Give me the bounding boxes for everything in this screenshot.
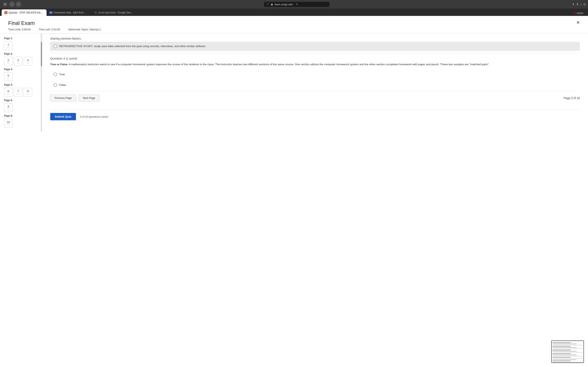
thumbnail-inner — [552, 341, 584, 363]
page-3-questions: 5 — — [4, 72, 36, 81]
radio-true[interactable] — [53, 73, 57, 76]
page-5-label: Page 5: — [4, 99, 36, 102]
svg-rect-0 — [3, 3, 7, 3]
browser-toolbar: ‹ › 🛡 🔒 learn.umgc.edu ↻ ⬇ ⬆ + ⧉ — [0, 0, 588, 8]
content-area: sharing common factors. RETROSPECTIVE ST… — [42, 34, 588, 132]
time-left-label: Time Left: 2:53:05 — [39, 28, 60, 31]
answer-text-retrospective: RETROSPECTIVE STUDY: study uses data col… — [59, 44, 206, 48]
time-limit-label: Time Limit: 3:00:00 — [8, 28, 31, 31]
thumb-line-10 — [553, 353, 571, 354]
thumb-line-11 — [553, 355, 577, 355]
exam-header: Final Exam Time Limit: 3:00:00 Time Left… — [0, 16, 588, 34]
page-6-questions: 10 — — [4, 119, 36, 127]
windows-button[interactable]: ⧉ — [584, 3, 586, 6]
page-3-label: Page 3: — [4, 68, 36, 71]
exam-body: Page 1: 1 — Page 2: 2 — 3 — 4 — [0, 34, 588, 132]
question-btn-1[interactable]: 1 — — [4, 42, 13, 50]
exam-title: Final Exam — [8, 20, 580, 26]
question-btn-10[interactable]: 10 — — [4, 119, 13, 127]
thumb-line-9 — [553, 352, 583, 353]
browser-chrome: ‹ › 🛡 🔒 learn.umgc.edu ↻ ⬇ ⬆ + ⧉ Q Quizz… — [0, 0, 588, 16]
coursehero-favicon: CH — [49, 11, 52, 14]
thumbnail-overlay — [551, 341, 584, 363]
thumb-line-12 — [553, 356, 583, 356]
scroll-indicator — [41, 42, 42, 66]
download-button[interactable]: ⬇ — [572, 3, 575, 6]
page-2-label: Page 2: — [4, 52, 36, 55]
question-btn-8[interactable]: 8 — — [24, 88, 32, 96]
close-button[interactable]: ✕ — [576, 20, 580, 25]
question-4-title: Question 4 (1 point) — [50, 57, 580, 60]
thumb-line-3 — [553, 345, 583, 345]
url-text: learn.umgc.edu — [275, 3, 293, 6]
thumb-line-8 — [553, 351, 577, 351]
back-button[interactable]: ‹ — [9, 2, 15, 7]
forward-button[interactable]: › — [16, 2, 21, 7]
partial-question-text: sharing common factors. — [50, 34, 580, 42]
radio-retrospective[interactable] — [53, 44, 57, 48]
question-4-points: (1 point) — [66, 57, 77, 60]
nav-bar: Previous Page Next Page Page 2 of 16 — [50, 91, 580, 105]
google-favicon: G — [94, 11, 97, 14]
sidebar-toggle-button[interactable] — [2, 2, 8, 7]
answer-text-false: False — [59, 83, 66, 87]
question-btn-6[interactable]: 6 — — [4, 88, 13, 96]
thumb-line-1 — [553, 342, 571, 343]
thumb-line-6 — [553, 349, 583, 349]
answer-text-true: True — [59, 72, 65, 76]
student-info: Nehemiah Taylor: Attempt 1 — [68, 28, 101, 31]
quiz-favicon: Q — [4, 11, 7, 14]
question-btn-3[interactable]: 3 — — [14, 57, 22, 66]
sidebar: Page 1: 1 — Page 2: 2 — 3 — 4 — [0, 34, 41, 132]
thumb-line-15 — [553, 359, 577, 360]
previous-page-button[interactable]: Previous Page — [50, 95, 76, 101]
lock-icon: 🔒 — [270, 3, 273, 6]
page-indicator: Page 2 of 16 — [564, 96, 580, 100]
exam-meta: Time Limit: 3:00:00 Time Left: 2:53:05 N… — [8, 28, 580, 31]
answer-choice-false[interactable]: False — [50, 81, 580, 90]
question-btn-7[interactable]: 7 — — [14, 88, 22, 96]
question-btn-9[interactable]: 9 — — [4, 103, 13, 112]
page-content: Final Exam Time Limit: 3:00:00 Time Left… — [0, 16, 588, 365]
tab-google[interactable]: G ss on mac book - Google Search — [91, 9, 136, 16]
page-4-label: Page 4: — [4, 83, 36, 86]
tab-quiz-label: Quizzes - STAT 200 6378 Introduction to … — [9, 11, 44, 14]
page-5-questions: 9 — — [4, 103, 36, 112]
page-1-questions: 1 — — [4, 42, 36, 50]
next-page-button[interactable]: Next Page — [79, 95, 100, 101]
thumb-line-17 — [553, 362, 583, 363]
tab-coursehero[interactable]: CH Homework Help - Q&A from Online Tutor… — [47, 9, 91, 16]
page-6-label: Page 6: — [4, 114, 36, 117]
share-button[interactable]: ⬆ — [576, 3, 579, 6]
thumb-line-4 — [553, 346, 571, 347]
nav-buttons: ‹ › — [9, 2, 21, 7]
question-4-block: Question 4 (1 point) True or False: A ma… — [50, 52, 580, 109]
exam-footer: Submit Quiz 0 of 20 questions saved — [50, 109, 580, 126]
question-btn-5[interactable]: 5 — — [4, 72, 13, 81]
question-4-bold: True or False — [50, 63, 67, 66]
question-btn-4[interactable]: 4 — — [24, 57, 32, 66]
time-left-value: 2:53:05 — [51, 28, 60, 31]
question-btn-2[interactable]: 2 — — [4, 57, 13, 66]
thumb-line-14 — [553, 358, 583, 359]
tab-netflix[interactable]: N Netflix — [571, 10, 586, 16]
browser-actions: ⬇ ⬆ + ⧉ — [572, 3, 586, 6]
question-4-body-text: : A mathematics instructor wants to see … — [67, 63, 489, 66]
address-bar[interactable]: 🛡 🔒 learn.umgc.edu ↻ — [264, 2, 329, 7]
scroll-divider — [41, 34, 42, 132]
page-1-label: Page 1: — [4, 37, 36, 40]
time-limit-value: 3:00:00 — [22, 28, 31, 31]
tab-google-label: ss on mac book - Google Search — [98, 11, 134, 14]
answer-choice-true[interactable]: True — [50, 70, 580, 79]
netflix-logo: N — [573, 12, 575, 15]
radio-false[interactable] — [53, 83, 57, 87]
submit-quiz-button[interactable]: Submit Quiz — [50, 113, 76, 120]
thumb-line-16 — [553, 361, 571, 361]
thumb-line-13 — [553, 357, 571, 358]
new-tab-button[interactable]: + — [580, 3, 582, 6]
question-4-body: True or False: A mathematics instructor … — [50, 62, 580, 67]
netflix-label: Netflix — [577, 12, 584, 15]
answer-choice-retrospective[interactable]: RETROSPECTIVE STUDY: study uses data col… — [50, 42, 580, 51]
reload-button[interactable]: ↻ — [296, 3, 298, 6]
tab-quiz[interactable]: Q Quizzes - STAT 200 6378 Introduction t… — [2, 9, 47, 16]
